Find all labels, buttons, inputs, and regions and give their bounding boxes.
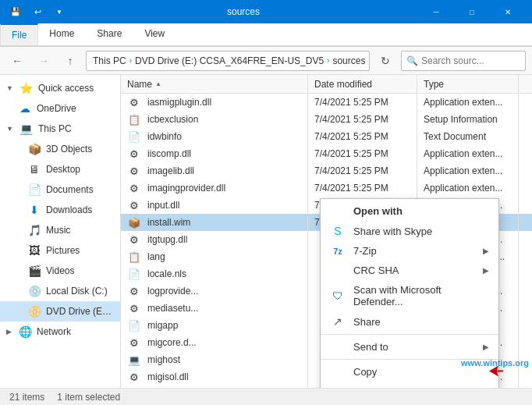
file-type: Text Document	[417, 128, 519, 145]
sidebar-item-this-pc[interactable]: ▼ 💻 This PC	[0, 119, 120, 139]
file-type: Application exten...	[417, 162, 519, 179]
ctx-crc-sha[interactable]: CRC SHA ▶	[321, 261, 498, 280]
sidebar-item-label: OneDrive	[37, 103, 76, 114]
col-header-date[interactable]: Date modified	[308, 75, 417, 93]
sidebar-item-dvd-drive-e[interactable]: ▶ 📀 DVD Drive (E:) CCSA	[0, 301, 120, 322]
file-row[interactable]: 📋icbexclusion 7/4/2021 5:25 PM Setup Inf…	[121, 111, 532, 128]
zip-icon: 7z	[330, 247, 346, 256]
sidebar-item-onedrive[interactable]: ▶ ☁ OneDrive	[0, 98, 120, 119]
sidebar-item-3d-objects[interactable]: ▶ 📦 3D Objects	[0, 139, 120, 159]
file-row[interactable]: ⚙imagelib.dll 7/4/2021 5:25 PM Applicati…	[121, 162, 532, 179]
sidebar-item-quick-access[interactable]: ▼ ⭐ Quick access	[0, 78, 120, 98]
back-btn[interactable]: ←	[6, 51, 28, 71]
close-btn[interactable]: ✕	[490, 0, 526, 23]
file-size: 3,097	[519, 214, 532, 231]
col-header-type[interactable]: Type	[417, 75, 519, 93]
forward-btn[interactable]: →	[33, 51, 55, 71]
sidebar-item-downloads[interactable]: ▶ ⬇ Downloads	[0, 200, 120, 220]
file-date: 7/4/2021 5:25 PM	[308, 111, 417, 128]
ctx-send-to-label: Send to	[353, 341, 475, 353]
ctx-7zip[interactable]: 7z 7-Zip ▶	[321, 241, 498, 261]
onedrive-icon: ☁	[18, 101, 32, 115]
chevron-icon: ▼	[6, 125, 13, 133]
chevron-icon: ▶	[6, 328, 12, 336]
file-size	[519, 248, 532, 265]
path-arrow-2: ›	[327, 56, 329, 65]
refresh-btn[interactable]: ↻	[374, 51, 396, 71]
sidebar-item-pictures[interactable]: ▶ 🖼 Pictures	[0, 240, 120, 261]
tab-file[interactable]: File	[0, 23, 38, 45]
minimize-btn[interactable]: ─	[418, 0, 454, 23]
file-size	[519, 265, 532, 282]
path-dvd[interactable]: DVD Drive (E:) CCSA_X64FRE_EN-US_DV5	[135, 55, 324, 66]
ctx-send-to-submenu-arrow: ▶	[483, 343, 489, 351]
dvd-drive-icon: 📀	[27, 304, 41, 318]
sidebar-item-documents[interactable]: ▶ 📄 Documents	[0, 179, 120, 200]
file-icon: ⚙	[127, 301, 141, 315]
file-icon: ⚙	[127, 233, 141, 247]
file-icon: 📋	[127, 250, 141, 264]
sidebar-item-label: Pictures	[46, 245, 80, 256]
file-size	[519, 128, 532, 145]
ctx-scan-defender[interactable]: 🛡 Scan with Microsoft Defender...	[321, 280, 498, 311]
qat-save-btn[interactable]: 💾	[6, 2, 25, 21]
ctx-share-label: Share	[353, 316, 489, 328]
sidebar-item-label: Quick access	[38, 83, 94, 94]
tab-view[interactable]: View	[133, 23, 176, 45]
sidebar-item-music[interactable]: ▶ 🎵 Music	[0, 220, 120, 240]
file-name: install.wim	[147, 217, 190, 228]
ctx-send-to[interactable]: Send to ▶	[321, 337, 498, 357]
file-row[interactable]: ⚙imagingprovider.dll 7/4/2021 5:25 PM Ap…	[121, 179, 532, 197]
desktop-icon: 🖥	[27, 162, 41, 176]
file-size	[519, 300, 532, 317]
search-input[interactable]	[421, 55, 520, 66]
file-name: iasmigplugin.dll	[147, 97, 211, 108]
ctx-share-skype-label: Share with Skype	[353, 226, 489, 237]
pictures-icon: 🖼	[27, 243, 41, 258]
file-row[interactable]: ⚙iiscomp.dll 7/4/2021 5:25 PM Applicatio…	[121, 145, 532, 162]
file-header: Name ▲ Date modified Type Size	[121, 75, 532, 94]
path-sources[interactable]: sources	[332, 55, 365, 66]
local-disk-icon: 💿	[27, 284, 41, 298]
ctx-open-with: Open with	[321, 201, 498, 221]
file-type: Application exten...	[417, 145, 519, 162]
file-size	[519, 197, 532, 214]
sidebar-item-videos[interactable]: ▶ 🎬 Videos	[0, 261, 120, 281]
col-header-name[interactable]: Name ▲	[121, 75, 308, 93]
sidebar-item-label: Local Disk (C:)	[46, 286, 108, 297]
qat-dropdown-btn[interactable]: ▼	[50, 2, 69, 21]
sidebar-item-desktop[interactable]: ▶ 🖥 Desktop	[0, 159, 120, 179]
sort-arrow-icon: ▲	[155, 80, 161, 87]
qat-undo-btn[interactable]: ↩	[28, 2, 47, 21]
address-path[interactable]: This PC › DVD Drive (E:) CCSA_X64FRE_EN-…	[86, 51, 370, 71]
file-size	[519, 317, 532, 334]
maximize-btn[interactable]: □	[454, 0, 490, 23]
file-name: icbexclusion	[147, 114, 198, 125]
sidebar-item-local-disk-c[interactable]: ▶ 💿 Local Disk (C:)	[0, 281, 120, 301]
file-row[interactable]: ⚙iasmigplugin.dll 7/4/2021 5:25 PM Appli…	[121, 94, 532, 111]
window-controls: ─ □ ✕	[418, 0, 526, 23]
ctx-share[interactable]: ↗ Share	[321, 311, 498, 332]
tab-home[interactable]: Home	[38, 23, 86, 45]
share-icon: ↗	[330, 315, 346, 328]
window-title: sources	[73, 6, 413, 17]
file-date: 7/4/2021 5:25 PM	[308, 94, 417, 111]
ctx-create-shortcut[interactable]: Create shortcut	[321, 382, 498, 388]
tab-share[interactable]: Share	[86, 23, 133, 45]
col-date-label: Date modified	[314, 79, 372, 90]
sidebar-item-network[interactable]: ▶ 🌐 Network	[0, 322, 120, 342]
search-box: 🔍	[401, 51, 526, 71]
file-row[interactable]: 📄idwbinfo 7/4/2021 5:25 PM Text Document	[121, 128, 532, 145]
file-icon: 📋	[127, 112, 141, 126]
file-icon: 📄	[127, 267, 141, 281]
up-btn[interactable]: ↑	[59, 51, 81, 71]
file-name: migisol.dll	[147, 371, 189, 382]
sidebar-item-label: Desktop	[46, 164, 80, 175]
ctx-share-skype[interactable]: S Share with Skype	[321, 221, 498, 241]
file-date: 7/4/2021 5:25 PM	[308, 162, 417, 179]
path-arrow-3: ›	[368, 56, 370, 65]
path-thispc[interactable]: This PC	[93, 55, 126, 66]
ctx-scan-defender-label: Scan with Microsoft Defender...	[353, 284, 489, 307]
file-type: Setup Information	[417, 111, 519, 128]
col-header-size[interactable]: Size	[519, 75, 532, 93]
